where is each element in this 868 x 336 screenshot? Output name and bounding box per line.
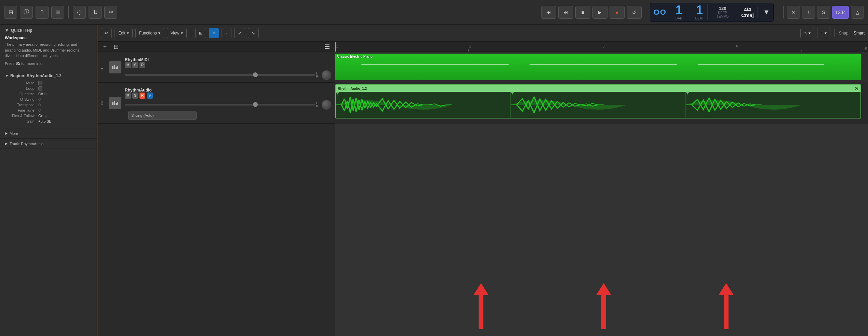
gain-label: Gain: [5, 119, 36, 123]
scissors-btn[interactable]: ✂ [104, 6, 117, 19]
expand-btn1[interactable]: ⤢ [234, 28, 245, 38]
ruler-tick-3 [602, 49, 602, 52]
waveform-segment-1 [336, 92, 511, 118]
inspector-arrow: ▼ [5, 73, 9, 78]
track1-mute-btn[interactable]: M [125, 62, 131, 68]
timeline-area: 1 2 3 4 [335, 42, 868, 336]
add-track-type-btn[interactable]: ⊞ [112, 43, 120, 51]
list-btn[interactable]: ⊟ [4, 6, 17, 19]
track1-rec-btn[interactable]: R [139, 62, 145, 68]
metronome-btn[interactable]: ◌ [73, 6, 86, 19]
close-region-btn[interactable]: ⊗ [854, 86, 858, 91]
quantize-stepper[interactable]: ⬡ [44, 92, 47, 96]
separator1 [68, 6, 69, 18]
more-label: More [10, 131, 18, 136]
track2-rec-btn[interactable]: R [139, 93, 145, 99]
track1-solo-btn[interactable]: S [132, 62, 138, 68]
track-headers: + ⊞ ☰ 1 RhythmMIDI [97, 42, 335, 336]
arrow-shaft-2 [601, 295, 606, 329]
gain-value: +3.5 dB [36, 119, 92, 123]
more-section[interactable]: ▶ More [0, 128, 97, 139]
track2-flex-btn[interactable]: ⤢ [147, 93, 153, 99]
transpose-stepper[interactable]: ⬡ [38, 103, 41, 107]
ruler-tick-4 [735, 49, 735, 52]
midi-region-title: Classic Electric Piano [335, 54, 861, 59]
inspector-transpose: Transpose: ⬡ [5, 103, 92, 107]
ruler-label-3: 3 [602, 44, 606, 49]
shortcut-suffix: for more info. [20, 61, 43, 66]
qswing-stepper[interactable]: ⬡ [38, 98, 41, 101]
plus-mode-btn[interactable]: + ▾ [817, 28, 830, 38]
list-view-btn[interactable]: ≡ [209, 28, 219, 38]
arrow-head-3 [719, 283, 734, 295]
wave-view-btn[interactable]: ~ [222, 28, 231, 38]
note-btn[interactable]: ✉ [51, 6, 64, 19]
marker-1 [336, 92, 339, 95]
audio-region-header: RhythmAudio_1.2 ⊗ [336, 85, 860, 92]
flex-stepper[interactable]: ⬡ [45, 114, 48, 117]
triangle-btn[interactable]: △ [851, 6, 864, 19]
arrow-shaft-1 [479, 295, 483, 329]
cursor-btn[interactable]: ↖ ▾ [800, 28, 814, 38]
inspector-title: ▼ Region: RhythmAudio_1.2 [5, 73, 92, 78]
header-menu-btn[interactable]: ☰ [323, 43, 331, 51]
track-2-name: RhythmAudio [125, 88, 152, 93]
add-track-btn[interactable]: + [101, 43, 109, 51]
view-btn[interactable]: View ▾ [167, 28, 187, 38]
functions-btn[interactable]: Functions ▾ [135, 28, 164, 38]
midi-region[interactable]: Classic Electric Piano [335, 54, 861, 80]
finetune-stepper[interactable]: ⬡ [38, 109, 41, 112]
track-section[interactable]: ▶ Track: RhythmAudio [0, 139, 97, 149]
tuner-btn[interactable]: ⇅ [89, 6, 102, 19]
audio-region[interactable]: RhythmAudio_1.2 ⊗ [335, 84, 861, 118]
cycle-btn[interactable]: ↺ [627, 6, 642, 19]
s-btn[interactable]: S [817, 6, 830, 19]
display-section: OO 1 BAR 1 BEAT 120 KEEP TEMPO 4/4 Cmaj … [650, 3, 774, 22]
svg-rect-0 [112, 66, 113, 69]
ruler-subtick-4 [801, 50, 802, 52]
track1-volume-slider[interactable] [125, 74, 315, 76]
track-1-main: RhythmMIDI [125, 55, 331, 62]
slicing-select[interactable]: Slicing (Auto) [128, 111, 197, 120]
track-1-name: RhythmMIDI [125, 57, 149, 62]
ruler-mark-2: 2 [468, 43, 472, 52]
track2-volume-slider[interactable] [125, 104, 315, 106]
stop-btn[interactable]: ■ [575, 6, 590, 19]
mute-checkbox[interactable] [38, 81, 42, 85]
expand-btn2[interactable]: ⤡ [248, 28, 259, 38]
track-toolbar: ↩ Edit ▾ Functions ▾ View ▾ ⊞ ≡ ~ ⤢ ⤡ ↖ … [97, 25, 868, 42]
transport-group: ⏮ ⏭ ■ ▶ ● ↺ [541, 6, 642, 19]
back-arrow-btn[interactable]: ↩ [101, 28, 112, 38]
quantize-value[interactable]: Off ⬡ [36, 92, 92, 96]
record-btn[interactable]: ● [610, 6, 625, 19]
pencil-btn[interactable]: / [802, 6, 815, 19]
number-btn[interactable]: 1234 [832, 6, 849, 19]
edit-btn[interactable]: Edit ▾ [115, 28, 133, 38]
info-btn[interactable]: ⓘ [20, 6, 33, 19]
track-item-2: 2 RhythmAudio M S R ⤢ [97, 83, 335, 124]
track2-solo-btn[interactable]: S [132, 93, 138, 99]
display-dropdown-btn[interactable]: ▼ [763, 8, 770, 16]
marker-3 [686, 92, 689, 95]
playhead-head [335, 42, 337, 45]
track1-pan-knob[interactable] [322, 70, 331, 80]
tracks-container: + ⊞ ☰ 1 RhythmMIDI [97, 42, 868, 336]
play-btn[interactable]: ▶ [592, 6, 607, 19]
finetune-label: Fine Tune: [5, 108, 36, 112]
shortcut-hint: Press ⌘/ for more info. [5, 61, 92, 67]
quick-help-title: ▼ Quick Help [5, 28, 92, 33]
track-1-content: RhythmMIDI M S R LR [125, 55, 331, 80]
track-item-1: 1 RhythmMIDI M S R [97, 52, 335, 83]
track2-mute-btn[interactable]: M [125, 93, 131, 99]
grid-view-btn[interactable]: ⊞ [195, 28, 206, 38]
svg-rect-6 [116, 103, 117, 105]
rewind-btn[interactable]: ⏮ [541, 6, 556, 19]
close-icon-btn[interactable]: ✕ [787, 6, 800, 19]
forward-btn[interactable]: ⏭ [558, 6, 573, 19]
beat-label: BEAT [695, 16, 704, 20]
help-btn[interactable]: ? [36, 6, 49, 19]
loop-checkbox[interactable] [38, 86, 42, 90]
midi-line-2 [530, 64, 677, 65]
flex-label: Flex & Follow: [5, 114, 36, 118]
track2-pan-knob[interactable] [322, 100, 331, 110]
